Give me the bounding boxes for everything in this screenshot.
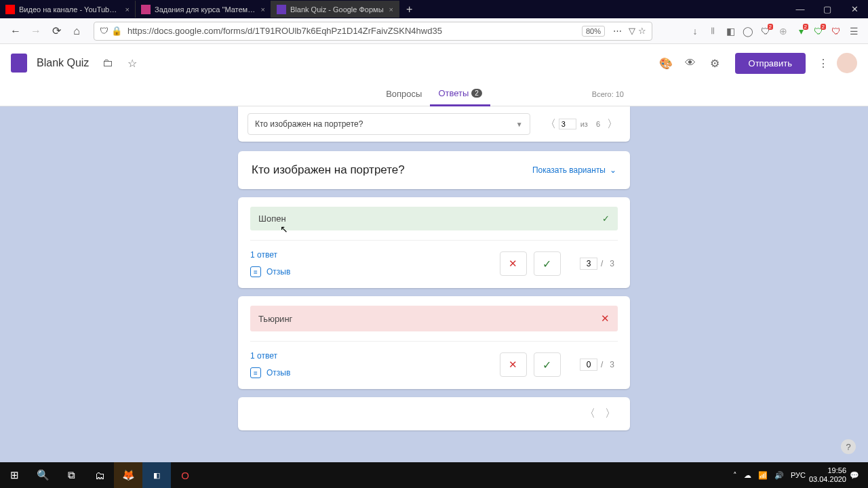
ext1-icon[interactable]: 🛡2 [757, 26, 774, 37]
task-view-button[interactable]: ⧉ [57, 462, 85, 488]
search-button[interactable]: 🔍 [28, 462, 57, 488]
menu-icon[interactable]: ☰ [845, 26, 863, 37]
ext4-icon[interactable]: 🛡2 [810, 26, 827, 37]
total-points: Всего: 10 [592, 90, 624, 98]
volume-icon[interactable]: 🔊 [774, 471, 784, 480]
send-button[interactable]: Отправить [735, 53, 806, 74]
download-icon[interactable]: ↓ [686, 26, 704, 37]
preview-icon[interactable]: 👁 [679, 52, 701, 74]
sidebar-icon[interactable]: ◧ [722, 26, 739, 37]
opera-button[interactable]: O [171, 462, 199, 488]
browser-tab-strip: Видео на канале - YouTube St × Задания д… [0, 0, 868, 18]
clock[interactable]: 19:56 03.04.2020 [809, 466, 846, 484]
library-icon[interactable]: ⫴ [704, 25, 722, 37]
feedback-button[interactable]: ≡ Отзыв [250, 367, 290, 378]
points-input[interactable] [580, 258, 597, 270]
close-icon[interactable]: × [261, 5, 265, 14]
theme-icon[interactable]: 🎨 [655, 52, 677, 74]
firefox-button[interactable]: 🦊 [114, 462, 142, 488]
response-count[interactable]: 1 ответ [250, 351, 290, 361]
feedback-icon: ≡ [250, 367, 261, 378]
selected-question: Кто изображен на портрете? [255, 119, 363, 129]
folder-icon[interactable]: 🗀 [97, 52, 119, 74]
answer-card-wrong: Тьюринг ✕ 1 ответ ≡ Отзыв ✕ ✓ / 3 [238, 296, 630, 389]
zoom-level[interactable]: 80% [582, 26, 605, 37]
new-tab-button[interactable]: + [399, 3, 419, 16]
check-icon: ✓ [602, 214, 610, 224]
url-input[interactable]: 🛡 🔒 https://docs.google.com/forms/d/1T91… [94, 22, 652, 41]
next-icon[interactable]: 〉 [600, 407, 620, 421]
network-icon[interactable]: 📶 [758, 471, 768, 480]
answers-count-badge: 2 [471, 89, 482, 98]
prev-icon[interactable]: 〈 [580, 407, 600, 421]
ext5-icon[interactable]: 🛡 [827, 26, 845, 37]
browser-tab-forms[interactable]: Blank Quiz - Google Формы × [271, 1, 399, 18]
page-total: 6 [596, 120, 600, 128]
close-window-button[interactable]: ✕ [841, 4, 868, 14]
mark-wrong-button[interactable]: ✕ [500, 352, 527, 377]
question-dropdown[interactable]: Кто изображен на портрете? ▼ [248, 113, 530, 135]
next-page-icon[interactable]: 〉 [604, 117, 620, 131]
onedrive-icon[interactable]: ☁ [744, 471, 751, 480]
response-count[interactable]: 1 ответ [250, 250, 290, 260]
notifications-icon[interactable]: 💬 [850, 471, 859, 480]
bookmark-icon[interactable]: ☆ [638, 26, 646, 36]
browser-tab-youtube[interactable]: Видео на канале - YouTube St × [0, 1, 136, 18]
points-max: 3 [610, 259, 614, 268]
help-button[interactable]: ? [841, 439, 856, 454]
lang-indicator[interactable]: РУС [791, 471, 806, 479]
mark-correct-button[interactable]: ✓ [534, 251, 561, 276]
show-options-toggle[interactable]: Показать варианты ⌄ [532, 165, 616, 175]
system-tray: ˄ ☁ 📶 🔊 РУС 19:56 03.04.2020 💬 [730, 466, 868, 484]
tab-questions[interactable]: Вопросы [378, 82, 430, 106]
page-input[interactable] [559, 119, 576, 129]
divider [250, 341, 618, 342]
nav-card: 〈 〉 [238, 397, 630, 430]
form-title[interactable]: Blank Quiz [37, 57, 89, 69]
answer-text: Тьюринг [258, 314, 292, 324]
start-button[interactable]: ⊞ [0, 462, 28, 488]
browser-tab-course[interactable]: Задания для курса "Математи × [136, 1, 271, 18]
account-icon[interactable]: ◯ [739, 26, 757, 37]
points-input[interactable] [580, 359, 597, 371]
back-button[interactable]: ← [5, 21, 26, 41]
maximize-button[interactable]: ▢ [814, 4, 841, 14]
divider [250, 240, 618, 241]
home-button[interactable]: ⌂ [66, 21, 87, 41]
mark-correct-button[interactable]: ✓ [534, 352, 561, 377]
pager: 〈 из 6 〉 [542, 117, 620, 131]
close-icon[interactable]: × [125, 5, 130, 14]
shield-icon: 🛡 [100, 26, 108, 36]
forms-logo-icon[interactable] [11, 54, 27, 73]
close-icon[interactable]: × [389, 5, 393, 14]
tab-title: Видео на канале - YouTube St [19, 5, 120, 14]
app1-button[interactable]: ◧ [142, 462, 171, 488]
pocket-icon[interactable]: ▽ [629, 26, 635, 36]
answer-option: Тьюринг ✕ [250, 306, 618, 331]
tab-title: Blank Quiz - Google Формы [290, 5, 384, 14]
ext3-icon[interactable]: ▾2 [792, 26, 810, 37]
x-icon: ✕ [601, 312, 610, 325]
question-text: Кто изображен на портрете? [252, 163, 405, 177]
tab-title: Задания для курса "Математи [155, 5, 256, 14]
explorer-button[interactable]: 🗂 [85, 462, 114, 488]
prev-page-icon[interactable]: 〈 [542, 117, 559, 131]
points-separator: / [601, 259, 603, 268]
more-options-icon[interactable]: ⋮ [812, 52, 834, 74]
forward-button[interactable]: → [26, 21, 46, 41]
reload-button[interactable]: ⟳ [46, 21, 66, 41]
of-label: из [580, 120, 588, 128]
star-icon[interactable]: ☆ [121, 52, 143, 74]
more-icon[interactable]: ⋯ [613, 26, 622, 36]
settings-icon[interactable]: ⚙ [704, 52, 726, 74]
avatar[interactable] [837, 53, 857, 73]
tray-up-icon[interactable]: ˄ [733, 471, 737, 480]
mark-wrong-button[interactable]: ✕ [500, 251, 527, 276]
ext2-icon[interactable]: ⊕ [774, 26, 792, 37]
youtube-icon [5, 5, 15, 14]
tab-answers[interactable]: Ответы 2 [430, 82, 490, 106]
feedback-button[interactable]: ≡ Отзыв [250, 266, 290, 277]
minimize-button[interactable]: — [787, 4, 814, 14]
course-icon [141, 5, 151, 14]
answer-text: Шопен [258, 214, 286, 224]
